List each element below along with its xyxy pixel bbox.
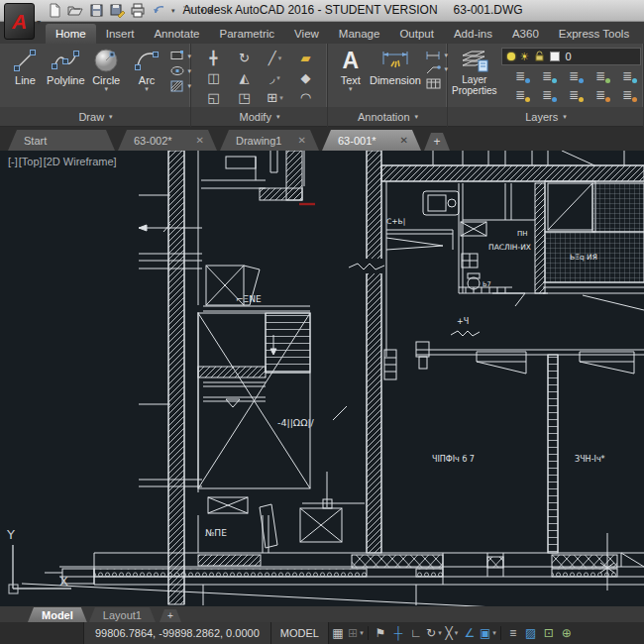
tab-output[interactable]: Output	[389, 24, 444, 44]
draw-panel: Line Polyline Circle Arc ▾ ▾ ▾	[0, 44, 191, 107]
layer-unisolate-icon[interactable]: ≣	[614, 68, 641, 84]
drawing-canvas[interactable]: [-][Top][2D Wireframe]	[0, 151, 644, 606]
layer-properties-button[interactable]: LayerProperties	[452, 46, 497, 107]
file-tab-63-001[interactable]: 63-001*✕	[322, 130, 421, 151]
lineweight-icon[interactable]: ≡	[504, 623, 522, 643]
polyline-button[interactable]: Polyline	[46, 46, 86, 107]
tab-insert[interactable]: Insert	[96, 24, 145, 44]
text-button[interactable]: A Text	[334, 46, 367, 107]
model-tab[interactable]: Model	[28, 607, 87, 622]
layer-freeze-icon[interactable]: ≣	[507, 87, 534, 103]
annotation-extra-tools: ▾ ▾	[425, 46, 448, 107]
line-button[interactable]: Line	[5, 46, 46, 107]
offset-icon[interactable]: ◠	[290, 88, 321, 107]
svg-text:С+Ь|: С+Ь|	[386, 217, 405, 226]
new-drawing-button[interactable]: +	[424, 133, 450, 151]
layout1-tab[interactable]: Layout1	[89, 607, 156, 622]
new-layout-button[interactable]: +	[160, 609, 181, 622]
layer-match-icon[interactable]: ≣	[534, 68, 561, 84]
svg-text:№ПЕ: №ПЕ	[205, 528, 227, 538]
layer-tools-row-1: ≣ ≣ ≣ ≣ ≣	[501, 65, 641, 84]
panel-title-row: Draw Modify Annotation Layers	[0, 107, 644, 127]
layers-panel-title[interactable]: Layers	[448, 107, 644, 127]
scale-icon[interactable]: ◳	[229, 88, 260, 107]
layer-off-icon[interactable]: ≣	[534, 87, 561, 103]
dynamic-ucs-icon[interactable]: ▣	[479, 623, 497, 643]
tab-a360[interactable]: A360	[502, 24, 549, 44]
stretch-icon[interactable]: ◱	[198, 88, 229, 107]
fillet-icon[interactable]: ◞	[260, 68, 290, 87]
viewport-controls: [-][Top][2D Wireframe]	[8, 156, 118, 167]
file-tab-63-002[interactable]: 63-002*✕	[118, 130, 217, 151]
tab-annotate[interactable]: Annotate	[144, 24, 209, 44]
array-icon[interactable]: ⊞	[260, 88, 290, 107]
close-tab-icon[interactable]: ✕	[400, 135, 408, 146]
object-snap-icon[interactable]: ∠	[461, 623, 479, 643]
table-button[interactable]	[425, 77, 448, 90]
layout-tab-bar: Model Layout1 +	[0, 606, 644, 622]
rectangle-tool-button[interactable]: ▾	[169, 50, 192, 62]
modify-panel-title[interactable]: Modify	[191, 107, 328, 127]
osnap-tracking-icon[interactable]: ╳	[443, 623, 461, 643]
tab-addins[interactable]: Add-ins	[444, 24, 502, 44]
application-menu-arrow-icon[interactable]: ▾	[37, 18, 41, 27]
layer-lock-icon[interactable]: ≣	[561, 87, 588, 103]
layer-make-current-icon[interactable]: ≣	[507, 68, 534, 84]
model-space-indicator[interactable]: MODEL	[270, 622, 329, 644]
layer-color-swatch[interactable]	[550, 52, 560, 61]
file-tab-drawing1[interactable]: Drawing1✕	[220, 130, 319, 151]
isometric-drafting-icon[interactable]: ↻	[425, 623, 443, 643]
trim-icon[interactable]: ╱	[260, 49, 290, 67]
snap-mode-icon[interactable]: ⊞	[347, 623, 365, 643]
ellipse-tool-button[interactable]: ▾	[169, 64, 192, 77]
layer-select[interactable]: ☀ 0	[501, 48, 641, 65]
file-tab-start[interactable]: Start	[8, 130, 115, 151]
annotation-panel: A Text Dimension ▾ ▾	[328, 44, 448, 107]
selection-cycling-icon[interactable]: ⊡	[540, 623, 558, 643]
hatch-tool-button[interactable]: ▾	[169, 79, 192, 93]
copy-icon[interactable]: ◫	[198, 68, 229, 87]
viewport-menu-control[interactable]: [-]	[8, 156, 18, 167]
layer-previous-icon[interactable]: ≣	[561, 68, 588, 84]
layer-thaw-icon[interactable]: ☀	[520, 52, 530, 61]
layer-isolate-icon[interactable]: ≣	[588, 68, 614, 84]
rotate-icon[interactable]: ↻	[229, 49, 260, 67]
dimension-button[interactable]: Dimension	[367, 46, 423, 107]
window-title: Autodesk AutoCAD 2016 - STUDENT VERSION6…	[0, 3, 644, 17]
erase-icon[interactable]: ▰	[290, 49, 321, 67]
move-icon[interactable]: ╋	[198, 49, 229, 67]
arc-button[interactable]: Arc	[127, 46, 167, 107]
mirror-icon[interactable]: ◭	[229, 68, 260, 87]
polar-tracking-icon[interactable]: ∟	[407, 623, 425, 643]
ucs-y-label: Y	[6, 527, 15, 542]
divider	[500, 626, 501, 640]
application-menu-button[interactable]: A	[4, 3, 35, 40]
layer-unlock-icon[interactable]	[534, 48, 545, 65]
coordinates-readout[interactable]: 99806.7864, -99898.2862, 0.0000	[83, 622, 270, 644]
tab-express-tools[interactable]: Express Tools	[549, 24, 639, 44]
dynamic-input-icon[interactable]: ⚑	[372, 623, 389, 643]
circle-button[interactable]: Circle	[86, 46, 127, 107]
tab-view[interactable]: View	[284, 24, 329, 44]
transparency-icon[interactable]: ▨	[522, 623, 540, 643]
layer-unlock-tool-icon[interactable]: ≣	[588, 87, 614, 103]
explode-icon[interactable]: ◆	[290, 68, 321, 87]
view-control[interactable]: [Top]	[19, 156, 43, 167]
gizmo-icon[interactable]: ⊕	[558, 623, 576, 643]
tab-home[interactable]: Home	[46, 24, 96, 44]
annotation-panel-title[interactable]: Annotation	[328, 107, 448, 127]
leader-button[interactable]: ▾	[425, 63, 448, 75]
draw-panel-title[interactable]: Draw	[0, 107, 191, 127]
visual-style-control[interactable]: [2D Wireframe]	[44, 156, 117, 167]
grid-display-icon[interactable]: ▦	[329, 623, 347, 643]
tab-featured-apps[interactable]: Featured Apps	[639, 24, 644, 44]
ortho-mode-icon[interactable]: ┼	[389, 623, 407, 643]
linear-dimension-button[interactable]: ▾	[425, 50, 448, 61]
tab-manage[interactable]: Manage	[329, 24, 390, 44]
close-tab-icon[interactable]: ✕	[298, 135, 306, 146]
layer-merge-icon[interactable]: ≣	[614, 87, 641, 103]
tab-parametric[interactable]: Parametric	[210, 24, 285, 44]
current-layer-name: 0	[565, 51, 571, 62]
layer-on-icon[interactable]	[507, 53, 515, 60]
close-tab-icon[interactable]: ✕	[196, 135, 204, 146]
